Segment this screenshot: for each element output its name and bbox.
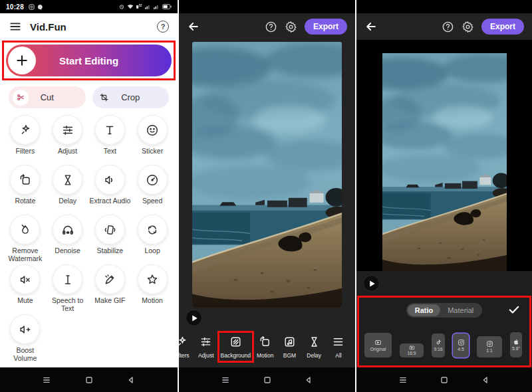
toolbar-item[interactable]: Background bbox=[219, 333, 252, 361]
tool-item[interactable]: Text bbox=[89, 114, 132, 163]
nav-home-icon[interactable] bbox=[439, 375, 450, 385]
sim-data-icon bbox=[136, 4, 142, 9]
beach-video-frame bbox=[192, 42, 342, 308]
tool-item[interactable]: Extract Audio bbox=[89, 163, 132, 213]
home-header: Vid.Fun ? bbox=[0, 13, 178, 40]
tool-item[interactable]: Mute bbox=[4, 263, 47, 313]
denoise-icon bbox=[61, 223, 75, 237]
mute-icon bbox=[18, 272, 33, 287]
adjust-icon bbox=[61, 123, 75, 138]
scissors-icon bbox=[13, 90, 29, 106]
tool-item[interactable]: Denoise bbox=[47, 213, 89, 263]
text-icon bbox=[102, 123, 117, 138]
export-button[interactable]: Export bbox=[481, 19, 524, 35]
signal-bars2-icon bbox=[154, 4, 160, 9]
chat-app-icon bbox=[37, 4, 43, 10]
export-button[interactable]: Export bbox=[305, 19, 347, 35]
toolbar-item[interactable]: Delay bbox=[303, 333, 325, 361]
boost-volume-icon bbox=[18, 322, 33, 337]
hamburger-menu-icon[interactable] bbox=[9, 20, 22, 33]
tool-item[interactable]: Remove Watermark bbox=[4, 213, 47, 263]
tool-item[interactable]: Motion bbox=[131, 263, 174, 313]
tab[interactable]: Material bbox=[440, 304, 481, 316]
crop-label: Crop bbox=[112, 92, 150, 102]
back-arrow-icon[interactable] bbox=[187, 20, 200, 33]
sticker-icon bbox=[145, 123, 160, 138]
app-title: Vid.Fun bbox=[30, 21, 149, 33]
tool-item[interactable]: Speech to Text bbox=[47, 263, 89, 313]
nav-back-icon[interactable] bbox=[126, 375, 136, 385]
loop-icon bbox=[145, 223, 160, 237]
ratio-option[interactable]: 1:1 bbox=[477, 336, 502, 357]
tool-item[interactable]: Speed bbox=[131, 163, 174, 213]
instagram-icon bbox=[486, 340, 493, 347]
start-editing-button[interactable]: Start Editing bbox=[6, 45, 172, 76]
help-icon[interactable] bbox=[442, 21, 454, 33]
cut-label: Cut bbox=[29, 92, 66, 102]
toolbar-item[interactable]: BGM bbox=[278, 333, 301, 361]
start-editing-label: Start Editing bbox=[36, 55, 142, 66]
gear-icon[interactable] bbox=[462, 21, 474, 33]
nav-home-icon[interactable] bbox=[84, 375, 94, 385]
adjust-icon bbox=[199, 335, 213, 349]
tool-item[interactable]: Boost Volume bbox=[4, 313, 47, 363]
all-icon bbox=[331, 335, 345, 349]
android-nav-bar bbox=[356, 367, 532, 392]
nav-menu-icon[interactable] bbox=[220, 375, 231, 385]
tool-item[interactable]: Make GIF bbox=[89, 263, 132, 313]
crop-icon bbox=[96, 90, 112, 106]
video-preview[interactable] bbox=[192, 42, 342, 308]
status-bar-dark bbox=[356, 0, 532, 13]
filters-icon bbox=[18, 123, 33, 138]
ratio-option[interactable]: Original bbox=[364, 333, 392, 357]
toolbar-item[interactable]: Adjust bbox=[195, 333, 217, 361]
remove-watermark-icon bbox=[18, 223, 33, 237]
ratio-control-area: RatioMaterial Original 16:9 bbox=[356, 271, 532, 367]
help-icon[interactable]: ? bbox=[157, 21, 169, 33]
nav-home-icon[interactable] bbox=[262, 375, 273, 385]
tiktok-icon bbox=[435, 339, 442, 346]
speech-to-text-icon bbox=[61, 272, 75, 287]
play-button[interactable] bbox=[363, 275, 380, 292]
toolbar-item[interactable]: Filters bbox=[178, 333, 193, 361]
nav-back-icon[interactable] bbox=[480, 375, 491, 385]
help-icon[interactable] bbox=[265, 21, 277, 33]
video-icon bbox=[374, 339, 382, 346]
ratio-option[interactable]: 16:9 bbox=[400, 343, 424, 357]
editor-header: Export bbox=[179, 13, 355, 40]
tool-item[interactable]: Filters bbox=[4, 114, 47, 163]
toolbar-item[interactable]: Motion bbox=[254, 333, 277, 361]
nav-back-icon[interactable] bbox=[303, 375, 314, 385]
android-nav-bar bbox=[179, 367, 355, 392]
cut-button[interactable]: Cut bbox=[9, 86, 86, 108]
check-icon[interactable] bbox=[507, 303, 521, 316]
ratio-option[interactable]: 4:5 bbox=[453, 334, 469, 357]
tool-item[interactable]: Adjust bbox=[47, 114, 89, 163]
toolbar-item[interactable]: All bbox=[327, 333, 350, 361]
back-arrow-icon[interactable] bbox=[364, 20, 378, 33]
ratio-material-tabs: RatioMaterial bbox=[406, 303, 483, 318]
nav-menu-icon[interactable] bbox=[41, 375, 52, 385]
video-zone bbox=[356, 40, 532, 271]
rotate-icon bbox=[258, 335, 272, 349]
tool-item[interactable]: Rotate bbox=[4, 163, 47, 213]
android-nav-bar bbox=[0, 367, 178, 392]
crop-button[interactable]: Crop bbox=[92, 86, 170, 108]
tool-item[interactable]: Sticker bbox=[131, 114, 174, 163]
delay-icon bbox=[61, 173, 75, 187]
video-icon bbox=[409, 345, 415, 351]
play-button[interactable] bbox=[186, 310, 202, 326]
rotate-icon bbox=[18, 173, 33, 187]
nav-menu-icon[interactable] bbox=[398, 375, 408, 385]
tool-item[interactable]: Delay bbox=[47, 163, 89, 213]
ratio-option[interactable]: 5.8" bbox=[510, 332, 522, 357]
tool-item[interactable]: Loop bbox=[131, 213, 174, 263]
motion-icon bbox=[145, 272, 160, 287]
signal-bars-icon bbox=[145, 4, 151, 9]
tool-item[interactable]: Stabilize bbox=[89, 213, 132, 263]
editor-screen-panel: Export Filters Adjust Background bbox=[178, 0, 355, 392]
ratio-option[interactable]: 9:16 bbox=[432, 334, 445, 357]
gear-icon[interactable] bbox=[285, 21, 297, 33]
tab[interactable]: Ratio bbox=[408, 304, 441, 316]
beach-video-frame[interactable] bbox=[382, 53, 507, 271]
